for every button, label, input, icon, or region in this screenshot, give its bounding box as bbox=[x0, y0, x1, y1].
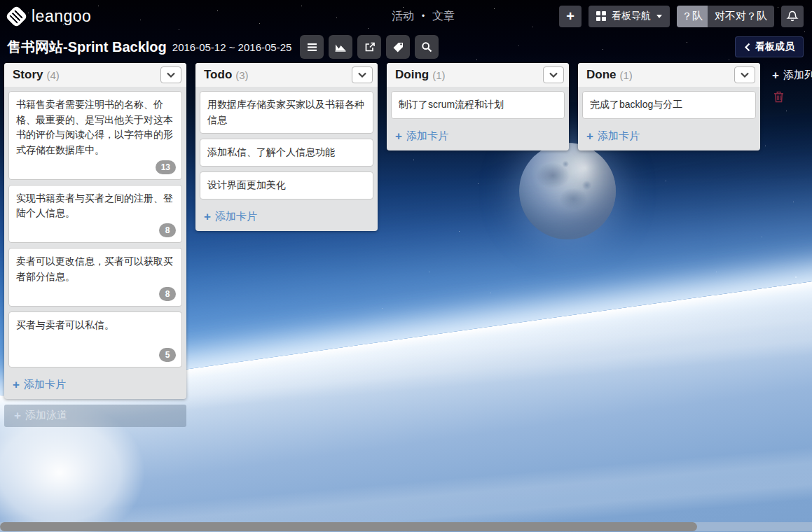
board-nav-button[interactable]: 看板导航 bbox=[589, 6, 670, 27]
column-count: (1) bbox=[432, 69, 445, 81]
column-header: Todo (3) bbox=[195, 63, 378, 87]
brand[interactable]: leangoo bbox=[8, 7, 91, 26]
board-share-button[interactable] bbox=[357, 35, 381, 59]
add-lane-button[interactable]: + 添加泳道 bbox=[4, 405, 186, 427]
card-text: 添加私信、了解个人信息功能 bbox=[207, 145, 366, 160]
column-count: (4) bbox=[46, 69, 59, 81]
kanban-card[interactable]: 设计界面更加美化 bbox=[200, 172, 373, 200]
search-icon bbox=[421, 41, 432, 52]
card-text: 买者与卖者可以私信。 bbox=[16, 318, 174, 333]
add-card-label: 添加卡片 bbox=[24, 378, 66, 391]
trash-button[interactable] bbox=[773, 91, 784, 105]
share-icon bbox=[364, 41, 376, 52]
chevron-down-icon bbox=[549, 72, 558, 78]
kanban-card[interactable]: 制订了scrum流程和计划 bbox=[391, 91, 565, 119]
kanban-board: Story (4) 书籍售卖者需要注明书的名称、价格、最重要的、是写出他关于对这… bbox=[0, 62, 812, 532]
leangoo-logo-icon bbox=[5, 5, 28, 28]
kanban-card[interactable]: 添加私信、了解个人信息功能 bbox=[200, 139, 373, 167]
column-body: Story (4) 书籍售卖者需要注明书的名称、价格、最重要的、是写出他关于对这… bbox=[4, 63, 186, 399]
kanban-card[interactable]: 实现书籍卖者与买者之间的注册、登陆个人信息。 8 bbox=[8, 185, 182, 243]
add-list-button[interactable]: + 添加列表 bbox=[772, 69, 812, 82]
column-title: Doing bbox=[395, 68, 429, 82]
plus-icon: + bbox=[772, 69, 779, 81]
chevron-down-icon bbox=[166, 72, 176, 78]
board-nav-label: 看板导航 bbox=[612, 10, 651, 22]
board-menu-button[interactable] bbox=[300, 35, 324, 59]
plus-icon: + bbox=[395, 130, 402, 142]
board-members-button[interactable]: 看板成员 bbox=[735, 36, 804, 57]
tag-icon bbox=[392, 41, 404, 52]
plus-icon: + bbox=[566, 9, 574, 23]
column-body: Doing (1) 制订了scrum流程和计划 + 添加卡片 bbox=[387, 63, 569, 150]
add-card-label: 添加卡片 bbox=[215, 210, 257, 223]
column-menu-button[interactable] bbox=[160, 66, 181, 83]
create-board-button[interactable]: + bbox=[559, 6, 582, 27]
add-lane-label: 添加泳道 bbox=[25, 409, 67, 422]
kanban-card[interactable]: 卖者可以更改信息，买者可以获取买者部分信息。 8 bbox=[8, 248, 182, 306]
card-text: 卖者可以更改信息，买者可以获取买者部分信息。 bbox=[16, 254, 174, 284]
team-selector[interactable]: ？队 对不对？队 bbox=[677, 6, 774, 27]
points-badge: 8 bbox=[159, 223, 176, 237]
column-body: Todo (3) 用数据库存储卖家买家以及书籍各种信息 添加私信、了解个人信息功… bbox=[195, 63, 378, 231]
add-card-label: 添加卡片 bbox=[406, 130, 448, 143]
column-header: Done (1) bbox=[578, 63, 760, 87]
team-name: 对不对？队 bbox=[708, 6, 774, 27]
center-nav: 活动 • 文章 bbox=[392, 9, 455, 24]
kanban-card[interactable]: 买者与卖者可以私信。 5 bbox=[8, 312, 182, 368]
add-card-button[interactable]: + 添加卡片 bbox=[195, 204, 378, 231]
navbar-actions: + 看板导航 ？队 对不对？队 bbox=[559, 6, 804, 27]
plus-icon: + bbox=[204, 211, 211, 223]
top-navbar: leangoo 活动 • 文章 + 看板导航 ？队 对不对？队 bbox=[0, 0, 812, 32]
kanban-card[interactable]: 用数据库存储卖家买家以及书籍各种信息 bbox=[200, 91, 373, 134]
scrollbar-thumb[interactable] bbox=[0, 522, 697, 531]
column-header: Doing (1) bbox=[387, 63, 569, 87]
members-button-label: 看板成员 bbox=[755, 41, 794, 53]
column-menu-button[interactable] bbox=[543, 66, 564, 83]
horizontal-scrollbar[interactable] bbox=[0, 522, 812, 531]
board-tags-button[interactable] bbox=[386, 35, 410, 59]
logo-text: leangoo bbox=[32, 7, 91, 26]
caret-down-icon bbox=[656, 15, 662, 18]
kanban-card[interactable]: 完成了backlog与分工 bbox=[582, 91, 756, 119]
card-text: 用数据库存储卖家买家以及书籍各种信息 bbox=[207, 97, 366, 127]
column-header: Story (4) bbox=[4, 63, 186, 87]
add-card-button[interactable]: + 添加卡片 bbox=[578, 124, 760, 150]
column-count: (1) bbox=[620, 69, 633, 81]
card-list: 制订了scrum流程和计划 bbox=[387, 87, 569, 119]
article-link[interactable]: 文章 bbox=[432, 9, 455, 24]
notifications-button[interactable] bbox=[781, 6, 804, 27]
card-text: 完成了backlog与分工 bbox=[590, 97, 748, 113]
card-list: 完成了backlog与分工 bbox=[578, 87, 760, 119]
board-column-story: Story (4) 书籍售卖者需要注明书的名称、价格、最重要的、是写出他关于对这… bbox=[4, 63, 186, 427]
board-statistics-button[interactable] bbox=[329, 35, 352, 59]
add-card-button[interactable]: + 添加卡片 bbox=[387, 124, 569, 150]
column-title: Todo bbox=[204, 68, 232, 82]
plus-icon: + bbox=[586, 130, 593, 142]
bell-icon bbox=[786, 10, 799, 22]
board-search-button[interactable] bbox=[415, 35, 439, 59]
column-menu-button[interactable] bbox=[734, 66, 755, 83]
add-card-button[interactable]: + 添加卡片 bbox=[4, 372, 186, 399]
board-column-todo: Todo (3) 用数据库存储卖家买家以及书籍各种信息 添加私信、了解个人信息功… bbox=[195, 63, 378, 231]
add-card-label: 添加卡片 bbox=[598, 130, 640, 143]
plus-icon: + bbox=[14, 410, 21, 421]
points-badge: 5 bbox=[159, 348, 176, 362]
card-text: 书籍售卖者需要注明书的名称、价格、最重要的、是写出他关于对这本书的评价与阅读心得… bbox=[16, 97, 174, 158]
activity-link[interactable]: 活动 bbox=[392, 9, 414, 24]
board-header: 售书网站-Sprint Backlog 2016-05-12 ~ 2016-05… bbox=[0, 32, 812, 62]
grid-icon bbox=[596, 11, 606, 21]
column-menu-button[interactable] bbox=[352, 66, 373, 83]
app-screen: leangoo 活动 • 文章 + 看板导航 ？队 对不对？队 bbox=[0, 0, 812, 532]
board-column-done: Done (1) 完成了backlog与分工 + 添加卡片 bbox=[578, 63, 760, 150]
chart-icon bbox=[334, 41, 347, 52]
points-badge: 8 bbox=[159, 287, 176, 301]
chevron-down-icon bbox=[357, 72, 367, 78]
column-count: (3) bbox=[235, 69, 248, 81]
nav-separator: • bbox=[422, 11, 425, 21]
trash-icon bbox=[773, 91, 784, 103]
kanban-card[interactable]: 书籍售卖者需要注明书的名称、价格、最重要的、是写出他关于对这本书的评价与阅读心得… bbox=[8, 91, 182, 180]
card-text: 实现书籍卖者与买者之间的注册、登陆个人信息。 bbox=[16, 191, 174, 221]
board-right-rail: + 添加列表 bbox=[772, 63, 812, 105]
board-date-range: 2016-05-12 ~ 2016-05-25 bbox=[172, 41, 292, 53]
team-avatar: ？队 bbox=[677, 6, 708, 27]
